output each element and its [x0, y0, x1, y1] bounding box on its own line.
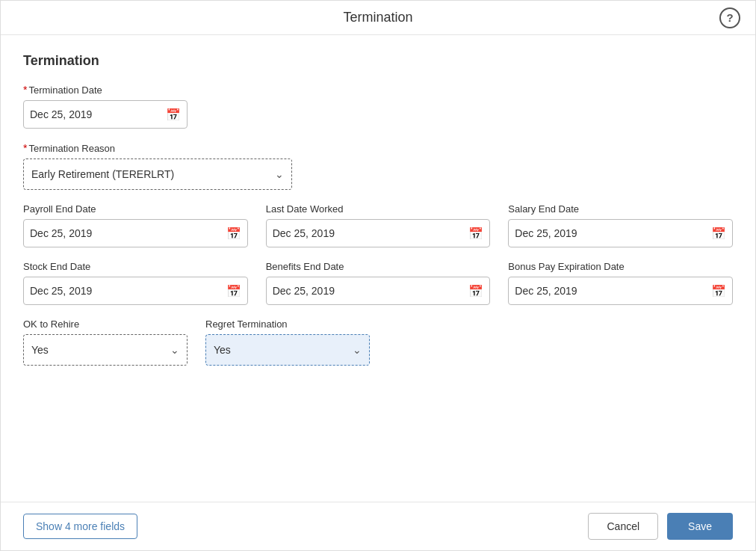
- rehire-regret-row: OK to Rehire Yes No ⌄ Regret Termination…: [23, 318, 733, 366]
- termination-date-field: * Termination Date 📅: [23, 84, 733, 129]
- chevron-down-icon: ⌄: [275, 168, 284, 180]
- bonus-pay-expiration-label: Bonus Pay Expiration Date: [508, 261, 733, 272]
- ok-to-rehire-select-wrapper[interactable]: Yes No ⌄: [23, 334, 188, 366]
- ok-to-rehire-field: OK to Rehire Yes No ⌄: [23, 318, 188, 366]
- modal-body: Termination * Termination Date 📅 * Termi…: [1, 35, 755, 502]
- termination-date-label: * Termination Date: [23, 84, 733, 96]
- calendar-icon[interactable]: 📅: [166, 108, 181, 122]
- calendar-icon-benefits[interactable]: 📅: [468, 284, 483, 298]
- required-star-2: *: [23, 142, 27, 154]
- last-date-worked-field: Last Date Worked 📅: [266, 203, 491, 247]
- stock-end-date-field: Stock End Date 📅: [23, 261, 248, 305]
- regret-termination-field: Regret Termination Yes No ⌄: [205, 318, 370, 366]
- dates-row-2: Stock End Date 📅 Benefits End Date 📅 Bon…: [23, 261, 733, 305]
- ok-to-rehire-select[interactable]: Yes No: [31, 344, 170, 356]
- empty-col: [388, 318, 733, 366]
- dates-row-1: Payroll End Date 📅 Last Date Worked 📅 Sa…: [23, 203, 733, 247]
- stock-end-date-label: Stock End Date: [23, 261, 248, 272]
- termination-reason-field: * Termination Reason Early Retirement (T…: [23, 142, 733, 190]
- regret-termination-label: Regret Termination: [205, 318, 370, 330]
- ok-to-rehire-label: OK to Rehire: [23, 318, 188, 330]
- bonus-pay-expiration-field: Bonus Pay Expiration Date 📅: [508, 261, 733, 305]
- modal-footer: Show 4 more fields Cancel Save: [1, 502, 755, 550]
- benefits-end-date-label: Benefits End Date: [266, 261, 491, 272]
- benefits-end-date-field: Benefits End Date 📅: [266, 261, 491, 305]
- termination-date-input[interactable]: [30, 108, 163, 120]
- save-button[interactable]: Save: [667, 513, 733, 540]
- termination-reason-label: * Termination Reason: [23, 142, 733, 154]
- termination-reason-select-wrapper[interactable]: Early Retirement (TERERLRT) Resigned Lai…: [23, 158, 292, 190]
- payroll-end-date-label: Payroll End Date: [23, 203, 248, 215]
- help-icon[interactable]: ?: [719, 7, 740, 28]
- required-star: *: [23, 84, 27, 96]
- termination-reason-select[interactable]: Early Retirement (TERERLRT) Resigned Lai…: [31, 168, 275, 180]
- regret-termination-select[interactable]: Yes No: [214, 344, 353, 356]
- salary-end-date-label: Salary End Date: [508, 203, 733, 215]
- calendar-icon-last-worked[interactable]: 📅: [468, 227, 483, 241]
- cancel-button[interactable]: Cancel: [588, 513, 658, 540]
- last-date-worked-wrapper[interactable]: 📅: [266, 219, 491, 247]
- last-date-worked-label: Last Date Worked: [266, 203, 491, 215]
- termination-date-input-wrapper[interactable]: 📅: [23, 100, 188, 129]
- payroll-end-date-input[interactable]: [30, 227, 223, 239]
- calendar-icon-salary[interactable]: 📅: [711, 227, 726, 241]
- stock-end-date-wrapper[interactable]: 📅: [23, 277, 248, 305]
- benefits-end-date-input[interactable]: [273, 285, 466, 297]
- modal-title: Termination: [343, 10, 412, 25]
- stock-end-date-input[interactable]: [30, 285, 223, 297]
- calendar-icon-payroll[interactable]: 📅: [226, 227, 241, 241]
- calendar-icon-stock[interactable]: 📅: [226, 284, 241, 298]
- section-title: Termination: [23, 53, 733, 69]
- bonus-pay-expiration-input[interactable]: [515, 285, 708, 297]
- benefits-end-date-wrapper[interactable]: 📅: [266, 277, 491, 305]
- chevron-down-icon-regret: ⌄: [353, 344, 362, 356]
- modal-header: Termination ?: [1, 1, 755, 35]
- chevron-down-icon-rehire: ⌄: [170, 344, 179, 356]
- salary-end-date-field: Salary End Date 📅: [508, 203, 733, 247]
- show-more-button[interactable]: Show 4 more fields: [23, 514, 137, 539]
- payroll-end-date-field: Payroll End Date 📅: [23, 203, 248, 247]
- salary-end-date-input[interactable]: [515, 227, 708, 239]
- calendar-icon-bonus[interactable]: 📅: [711, 284, 726, 298]
- modal-container: Termination ? Termination * Termination …: [0, 0, 756, 551]
- payroll-end-date-wrapper[interactable]: 📅: [23, 219, 248, 247]
- salary-end-date-wrapper[interactable]: 📅: [508, 219, 733, 247]
- footer-actions: Cancel Save: [588, 513, 733, 540]
- last-date-worked-input[interactable]: [273, 227, 466, 239]
- bonus-pay-expiration-wrapper[interactable]: 📅: [508, 277, 733, 305]
- regret-termination-select-wrapper[interactable]: Yes No ⌄: [205, 334, 370, 366]
